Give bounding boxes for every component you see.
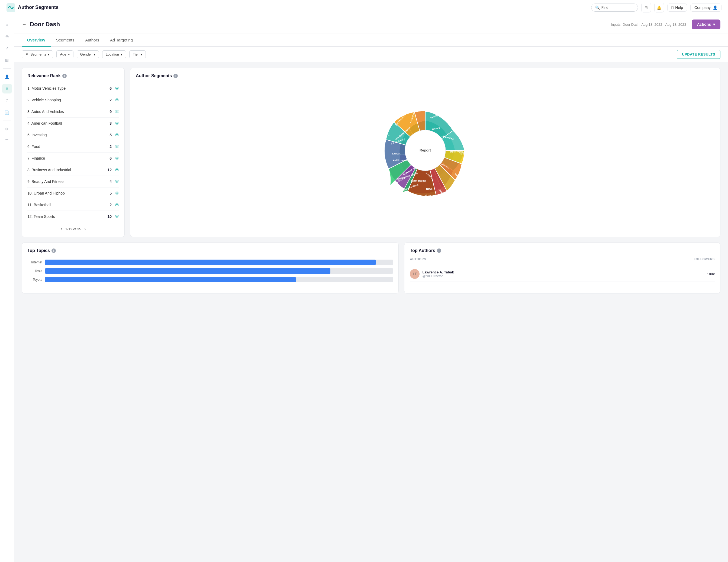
tab-ad-targeting[interactable]: Ad Targeting bbox=[105, 34, 138, 47]
bottom-cards-row: Top Topics i Internet Tesla bbox=[22, 243, 720, 293]
update-results-button[interactable]: UPDATE RESULTS bbox=[677, 50, 720, 59]
sidebar-item-segments[interactable]: ❄ bbox=[2, 84, 12, 93]
sidebar-item-home[interactable]: ⌂ bbox=[2, 20, 12, 29]
item-count: 9 bbox=[109, 109, 112, 114]
sidebar-item-users[interactable]: 👤 bbox=[2, 72, 12, 82]
top-nav: Author Segments 🔍 ⊞ 🔔 □ Help Company 👤 bbox=[0, 0, 728, 15]
sidebar-item-trending[interactable]: ⤴ bbox=[2, 96, 12, 105]
segment-icon[interactable]: ❄ bbox=[115, 214, 119, 219]
list-item: 10. Urban And Hiphop 5 ❄ bbox=[27, 188, 119, 199]
segment-icon[interactable]: ❄ bbox=[115, 109, 119, 115]
pagination-info: 1-12 of 35 bbox=[65, 227, 81, 231]
actions-button[interactable]: Actions ▾ bbox=[692, 20, 720, 29]
inputs-label: Inputs bbox=[611, 22, 620, 27]
page-header: ← Door Dash Inputs Door Dash Aug 18, 202… bbox=[14, 15, 728, 34]
chevron-gender-icon: ▾ bbox=[94, 52, 95, 56]
help-icon: □ bbox=[671, 5, 674, 10]
item-name: 1. Motor Vehicles Type bbox=[27, 86, 66, 91]
filter-tier[interactable]: Tier ▾ bbox=[129, 50, 146, 58]
list-item: 4. American Football 3 ❄ bbox=[27, 118, 119, 129]
filter-segments[interactable]: ▼ Segments ▾ bbox=[22, 50, 53, 58]
filter-segments-label: Segments bbox=[30, 52, 46, 56]
item-name: 10. Urban And Hiphop bbox=[27, 191, 65, 195]
pagination: ‹ 1-12 of 35 › bbox=[27, 227, 119, 231]
search-input[interactable] bbox=[601, 5, 634, 9]
segment-icon[interactable]: ❄ bbox=[115, 97, 119, 103]
back-button[interactable]: ← bbox=[22, 22, 27, 27]
item-count: 6 bbox=[109, 156, 112, 160]
segment-icon[interactable]: ❄ bbox=[115, 132, 119, 138]
segment-icon[interactable]: ❄ bbox=[115, 202, 119, 208]
item-name: 9. Beauty And Fitness bbox=[27, 179, 64, 184]
chevron-down-icon: ▾ bbox=[713, 22, 715, 27]
list-item: 2. Vehicle Shopping 2 ❄ bbox=[27, 94, 119, 106]
next-page-btn[interactable]: › bbox=[84, 227, 86, 231]
chevron-age-icon: ▾ bbox=[68, 52, 70, 56]
filter-age[interactable]: Age ▾ bbox=[56, 50, 73, 58]
sidebar-item-settings2[interactable]: ☰ bbox=[2, 136, 12, 146]
bar-item: Tesla bbox=[27, 268, 393, 274]
bar-fill bbox=[45, 268, 330, 274]
tab-overview[interactable]: Overview bbox=[22, 34, 51, 47]
author-segments-info-icon[interactable]: i bbox=[173, 74, 178, 78]
item-count: 3 bbox=[109, 121, 112, 125]
top-authors-header: AUTHORS FOLLOWERS bbox=[410, 257, 715, 263]
segment-icon[interactable]: ❄ bbox=[115, 144, 119, 150]
author-segments-card: Author Segments i Report bbox=[130, 68, 720, 237]
nav-brand: Author Segments bbox=[7, 3, 59, 12]
filters-bar: ▼ Segments ▾ Age ▾ Gender ▾ Location ▾ bbox=[14, 47, 728, 62]
sidebar-item-chart[interactable]: ▦ bbox=[2, 55, 12, 65]
item-count: 5 bbox=[109, 133, 112, 137]
bar-item: Toyota bbox=[27, 277, 393, 282]
sidebar-item-settings[interactable]: ⚙ bbox=[2, 124, 12, 134]
segment-icon[interactable]: ❄ bbox=[115, 155, 119, 161]
segment-icon[interactable]: ❄ bbox=[115, 179, 119, 185]
relevance-rank-card: Relevance Rank i 1. Motor Vehicles Type … bbox=[22, 68, 125, 237]
sidebar-item-discover[interactable]: ◎ bbox=[2, 31, 12, 41]
segment-icon[interactable]: ❄ bbox=[115, 120, 119, 126]
author-row: LT Lawrence A. Tabak @NIHDirector 188k bbox=[410, 266, 715, 282]
top-authors-info-icon[interactable]: i bbox=[437, 248, 441, 253]
item-count: 2 bbox=[109, 144, 112, 149]
top-topics-info-icon[interactable]: i bbox=[51, 248, 56, 253]
svg-text:News: News bbox=[426, 188, 433, 190]
svg-text:Finance: Finance bbox=[465, 156, 475, 159]
grid-icon-btn[interactable]: ⊞ bbox=[641, 3, 651, 12]
item-name: 5. Investing bbox=[27, 133, 47, 137]
help-label: Help bbox=[675, 5, 683, 10]
list-item: 8. Business And Industrial 12 ❄ bbox=[27, 164, 119, 176]
prev-page-btn[interactable]: ‹ bbox=[60, 227, 62, 231]
tab-segments[interactable]: Segments bbox=[51, 34, 80, 47]
item-count: 6 bbox=[109, 86, 112, 91]
item-name: 12. Team Sports bbox=[27, 214, 55, 219]
list-item: 7. Finance 6 ❄ bbox=[27, 153, 119, 164]
company-btn[interactable]: Company 👤 bbox=[690, 4, 721, 12]
segment-icon[interactable]: ❄ bbox=[115, 190, 119, 196]
item-count: 2 bbox=[109, 203, 112, 207]
tabs-bar: Overview Segments Authors Ad Targeting bbox=[14, 34, 728, 47]
filter-gender[interactable]: Gender ▾ bbox=[77, 50, 99, 58]
list-item: 11. Basketball 2 ❄ bbox=[27, 199, 119, 211]
sidebar-item-analytics[interactable]: ↗ bbox=[2, 43, 12, 53]
svg-text:Report: Report bbox=[420, 148, 431, 152]
chevron-tier-icon: ▾ bbox=[140, 52, 142, 56]
segment-icon[interactable]: ❄ bbox=[115, 167, 119, 173]
chevron-location-icon: ▾ bbox=[121, 52, 123, 56]
relevance-info-icon[interactable]: i bbox=[62, 74, 67, 78]
content-area: Relevance Rank i 1. Motor Vehicles Type … bbox=[14, 62, 728, 299]
relevance-rank-title: Relevance Rank i bbox=[27, 73, 119, 78]
bar-track bbox=[45, 277, 393, 282]
help-btn[interactable]: □ Help bbox=[667, 4, 687, 12]
search-bar[interactable]: 🔍 bbox=[591, 4, 638, 12]
bell-icon-btn[interactable]: 🔔 bbox=[654, 3, 664, 12]
svg-text:Earth Sc...: Earth Sc... bbox=[411, 179, 423, 182]
top-authors-card: Top Authors i AUTHORS FOLLOWERS LT Lawre… bbox=[404, 243, 720, 293]
user-icon: 👤 bbox=[713, 5, 717, 10]
segment-icon[interactable]: ❄ bbox=[115, 85, 119, 91]
tab-authors[interactable]: Authors bbox=[80, 34, 105, 47]
relevance-list: 1. Motor Vehicles Type 6 ❄ 2. Vehicle Sh… bbox=[27, 83, 119, 222]
filter-icon: ▼ bbox=[25, 52, 29, 56]
donut-chart: Report bbox=[355, 85, 496, 215]
sidebar-item-docs[interactable]: 📄 bbox=[2, 108, 12, 117]
filter-location[interactable]: Location ▾ bbox=[102, 50, 126, 58]
